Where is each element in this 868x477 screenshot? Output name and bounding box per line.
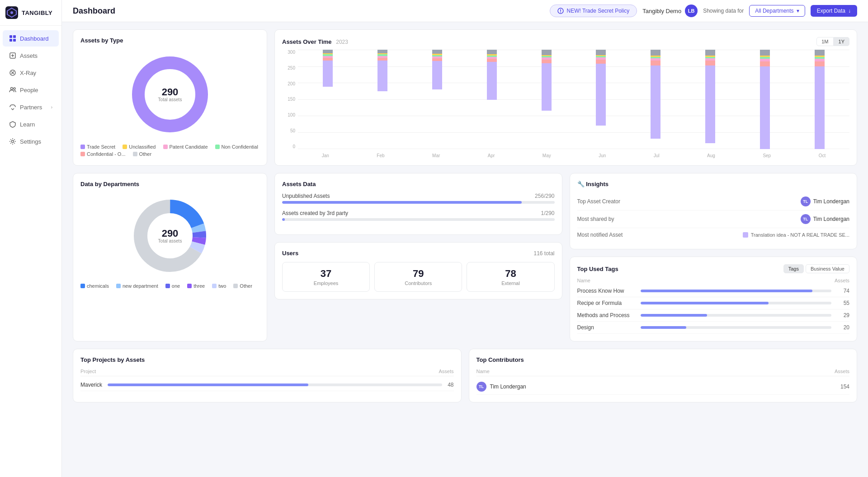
dept-selector[interactable]: All Departments ▾ [749,5,805,17]
project-bar-fill [108,383,308,386]
legend-dot [163,145,168,149]
third-party-progress [282,218,555,221]
bar-stack [651,50,660,139]
bar-segment [542,50,552,55]
top-projects-card: Top Projects by Assets Project Assets Ma… [73,349,462,402]
dept-label: All Departments [755,8,793,14]
dept-donut-center: 290 Total assets [158,229,182,243]
third-party-row: Assets created by 3rd party 1/290 [282,210,555,221]
bar-stack [705,50,715,143]
assets-by-type-card: Assets by Type [73,29,267,166]
tag-name: Design [577,324,636,331]
project-col-header: Project [80,369,96,374]
tag-count: 74 [836,288,849,294]
legend-dot [80,145,85,149]
sidebar-item-assets[interactable]: Assets [3,47,59,64]
bar-segment [596,64,606,125]
tag-bar [641,326,832,329]
people-icon [9,86,16,94]
legend-dot [212,284,217,288]
bar-stack [815,50,825,149]
most-shared-avatar: TL [801,214,811,224]
y-label: 250 [288,65,295,70]
header-right: NEW! Trade Secret Policy Tangibly Demo L… [550,5,857,17]
legend-item-three: three [187,283,205,289]
project-bar [108,383,442,386]
donut-center: 290 Total assets [158,87,182,102]
tab-tags[interactable]: Tags [783,264,804,273]
y-axis: 300 250 200 150 100 50 0 [282,50,298,149]
bar-segment [432,61,442,89]
departments-title: Data by Departments [80,181,259,187]
dashboard-content: Assets by Type [62,22,868,477]
project-count: 48 [448,382,453,388]
tag-count: 20 [836,324,849,331]
right-column: 🔧 Insights Top Asset Creator TL Tim Lond… [570,173,858,341]
top-contributors-card: Top Contributors Name Assets TL Tim Lond… [469,349,858,402]
unpublished-label: Unpublished Assets [282,193,330,199]
sidebar-item-people[interactable]: People [3,82,59,98]
x-label: Jan [322,153,329,158]
sidebar-item-label: Assets [20,52,38,59]
bar-segment [487,59,497,62]
wrench-icon: 🔧 [577,181,585,187]
assets-by-type-title: Assets by Type [80,37,259,44]
bar-col [793,50,846,149]
sidebar-item-label: Dashboard [20,35,49,42]
chevron-right-icon: › [51,105,52,110]
dept-legend: chemicals new department one three two O… [80,283,259,289]
bar-col [684,50,737,149]
bar-col [465,50,518,149]
bar-segment [432,50,442,54]
sidebar-item-label: Learn [20,121,35,128]
third-party-fill [282,218,285,221]
x-label: Apr [488,153,495,158]
legend-label: Unclassified [129,144,156,150]
legend-dot [165,284,170,288]
bar-col [629,50,682,149]
donut-total-num: 290 [158,87,182,97]
legend-item-patent: Patent Candidate [163,144,208,150]
sidebar-item-learn[interactable]: Learn [3,116,59,132]
partners-icon [9,103,16,111]
tab-business-value[interactable]: Business Value [806,264,849,273]
export-button[interactable]: Export Data ↓ [811,5,857,17]
bar-stack [377,50,387,91]
x-axis-labels: Jan Feb Mar Apr May Jun Jul Aug Sep Oct [298,153,849,158]
assets-over-time-header: Assets Over Time 2023 1M 1Y [282,37,849,46]
legend-label: three [193,283,205,289]
user-name: Tangibly Demo [642,8,681,14]
alert-bar[interactable]: NEW! Trade Secret Policy [550,5,637,17]
unpublished-progress [282,201,555,204]
svg-rect-5 [9,39,12,42]
time-btn-1y[interactable]: 1Y [834,37,849,46]
sidebar-item-label: People [20,87,38,94]
bar-segment [705,61,715,65]
sidebar-item-partners[interactable]: Partners › [3,99,59,115]
svg-point-9 [11,88,13,90]
main-content: Dashboard NEW! Trade Secret Policy Tangi… [62,0,868,477]
sidebar-item-label: X-Ray [20,70,36,76]
time-btn-1m[interactable]: 1M [816,37,833,46]
third-party-label: Assets created by 3rd party [282,210,348,216]
tag-bar-fill [641,314,708,317]
contributors-table-header: Name Assets [476,369,850,376]
assets-data-card: Assets Data Unpublished Assets 256/290 [274,173,562,235]
learn-icon [9,121,16,128]
chevron-down-icon: ▾ [797,8,799,14]
bar-col [302,50,354,149]
sidebar-item-dashboard[interactable]: Dashboard [3,30,59,47]
bar-segment [651,65,660,139]
data-row-header: Unpublished Assets 256/290 [282,193,555,199]
external-num: 78 [472,268,548,280]
legend-item-two: two [212,283,226,289]
sidebar-item-xray[interactable]: X-Ray [3,65,59,81]
most-notified-value: Translation idea - NOT A REAL TRADE SE..… [743,232,849,238]
top-creator-name: Tim Londergan [813,198,849,205]
bar-segment [705,65,715,144]
bar-segment [377,61,387,91]
sidebar-item-label: Partners [20,104,42,111]
bar-segment [760,50,770,56]
employees-stat: 37 Employees [282,262,370,292]
sidebar-item-settings[interactable]: Settings [3,133,59,150]
